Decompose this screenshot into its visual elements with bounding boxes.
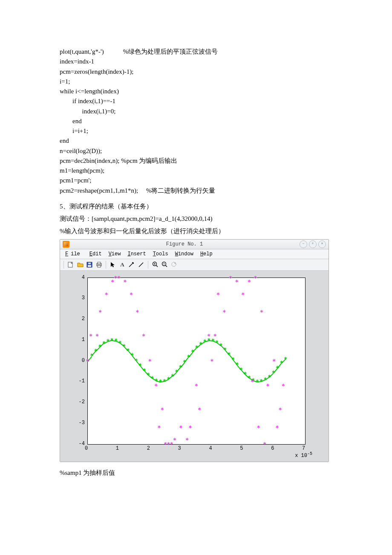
data-marker: * — [126, 347, 130, 353]
code-line: index=indx-1 — [60, 58, 94, 65]
data-marker: * — [256, 379, 259, 384]
save-icon[interactable] — [85, 260, 94, 269]
y-tick-label: -3 — [69, 420, 87, 426]
data-marker: * — [264, 376, 267, 382]
code-line: pcm=zeros(length(index)-1); — [60, 68, 133, 75]
code-line: if index(i,1)==-1 — [60, 98, 115, 104]
data-marker: * — [284, 356, 287, 362]
matlab-logo-icon — [63, 241, 69, 248]
data-marker: * — [114, 338, 118, 344]
code-block: plot(t,quant,'g*-') %绿色为处理后的平顶正弦波信号 inde… — [60, 47, 332, 196]
titlebar[interactable]: Figure No. 1 – + × — [60, 240, 329, 249]
code-line: end — [60, 118, 82, 124]
window-buttons: – + × — [300, 240, 326, 248]
menu-view[interactable]: View — [106, 251, 124, 257]
data-marker: * — [175, 369, 178, 375]
x-axis-exponent: x 10-5 — [295, 451, 312, 459]
data-marker: * — [157, 425, 161, 431]
data-marker: * — [213, 333, 216, 339]
figure-window: Figure No. 1 – + × File Edit View Insert… — [60, 239, 329, 462]
line-tool-icon[interactable] — [137, 260, 145, 269]
minimize-button[interactable]: – — [300, 240, 307, 248]
arrow-tool-icon[interactable] — [127, 260, 136, 269]
data-marker: * — [179, 364, 182, 370]
svg-rect-3 — [88, 263, 91, 264]
data-marker: * — [243, 371, 247, 377]
code-line: n=ceil(log2(D)); — [60, 147, 102, 154]
svg-line-10 — [156, 266, 158, 267]
data-marker: * — [164, 441, 167, 447]
x-tick-label: 0 — [85, 445, 88, 451]
data-marker: * — [251, 379, 254, 384]
menu-edit[interactable]: Edit — [87, 251, 104, 257]
data-marker: * — [210, 358, 213, 364]
x-tick-label: 2 — [147, 445, 150, 451]
toolbar-separator — [63, 261, 64, 269]
menu-window[interactable]: Window — [173, 251, 196, 257]
data-marker: * — [104, 292, 108, 298]
data-marker: * — [188, 425, 192, 431]
data-marker: * — [239, 367, 243, 373]
data-marker: * — [259, 378, 263, 384]
data-marker: * — [272, 358, 276, 364]
zoom-out-icon[interactable] — [160, 260, 169, 269]
code-line: while i<=length(index) — [60, 88, 119, 95]
data-marker: * — [95, 333, 99, 339]
data-marker: * — [117, 275, 121, 281]
zoom-in-icon[interactable] — [151, 260, 159, 269]
data-marker: * — [130, 352, 134, 358]
data-marker: * — [191, 349, 194, 355]
axes[interactable]: ****************************************… — [87, 278, 306, 445]
print-icon[interactable] — [95, 260, 103, 269]
data-marker: * — [257, 425, 260, 431]
data-marker: * — [195, 344, 199, 350]
menu-tools[interactable]: Tools — [150, 251, 171, 257]
data-marker: * — [90, 353, 93, 358]
data-marker: * — [227, 351, 231, 357]
data-marker: * — [187, 354, 190, 360]
footer-note: %samp1 为抽样后值 — [60, 469, 332, 477]
data-marker: * — [94, 348, 98, 354]
data-marker: * — [135, 309, 139, 315]
data-marker: * — [154, 383, 158, 389]
code-line: m1=length(pcm); — [60, 167, 104, 174]
data-marker: * — [278, 407, 282, 413]
toolbar: A — [60, 259, 329, 271]
data-marker: * — [118, 340, 122, 346]
data-marker: * — [248, 279, 251, 285]
data-marker: * — [282, 383, 285, 389]
data-marker: * — [148, 358, 151, 364]
maximize-button[interactable]: + — [309, 240, 317, 248]
menu-file[interactable]: File — [63, 251, 85, 257]
data-marker: * — [167, 376, 170, 382]
data-marker: * — [134, 358, 138, 364]
axes-wrap: ****************************************… — [69, 275, 320, 459]
menubar: File Edit View Insert Tools Window Help — [60, 249, 329, 259]
document-page: plot(t,quant,'g*-') %绿色为处理后的平顶正弦波信号 inde… — [0, 0, 392, 503]
rotate-icon[interactable] — [170, 260, 178, 269]
svg-line-7 — [129, 263, 133, 267]
data-marker: * — [216, 292, 220, 298]
open-file-icon[interactable] — [76, 260, 84, 269]
x-tick-label: 3 — [178, 445, 181, 451]
data-marker: * — [102, 340, 106, 346]
menu-insert[interactable]: Insert — [125, 251, 148, 257]
data-marker: * — [98, 309, 102, 315]
data-marker: * — [110, 337, 114, 343]
text-tool-icon[interactable]: A — [118, 260, 127, 269]
data-marker: * — [276, 365, 279, 371]
data-marker: * — [222, 309, 226, 315]
svg-rect-6 — [98, 266, 101, 267]
section-heading: %输入信号波形和归一化后量化后波形（进行消尖处理后） — [60, 226, 332, 236]
data-marker: * — [271, 370, 275, 376]
data-marker: * — [171, 373, 174, 379]
plot-area: ****************************************… — [60, 271, 329, 462]
data-marker: * — [199, 341, 202, 347]
data-marker: * — [98, 344, 101, 350]
new-figure-icon[interactable] — [66, 260, 75, 269]
menu-help[interactable]: Help — [198, 251, 215, 257]
section-heading: 5、测试程序的结果（基本任务） — [60, 202, 332, 211]
x-tick-label: 1 — [116, 445, 119, 451]
pointer-icon[interactable] — [109, 260, 117, 269]
close-button[interactable]: × — [318, 240, 326, 248]
